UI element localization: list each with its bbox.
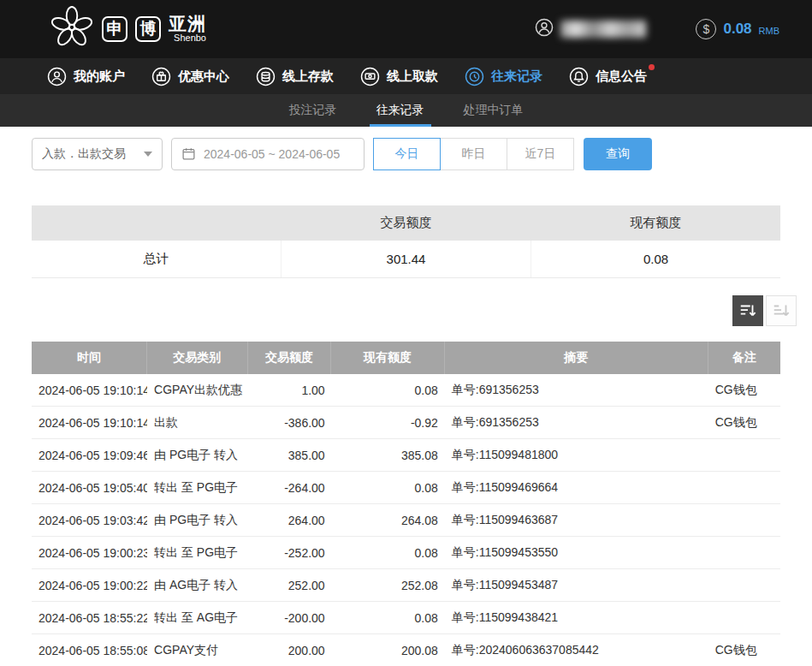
sort-descending-icon [738, 301, 757, 320]
nav-item-deposit[interactable]: 线上存款 [256, 67, 334, 86]
nav-item-transaction-records[interactable]: 往来记录 [465, 67, 542, 86]
date-range-input[interactable]: 2024-06-05 ~ 2024-06-05 [171, 138, 365, 170]
cell-summary: 单号:115099463687 [445, 504, 708, 536]
yesterday-button[interactable]: 昨日 [440, 138, 507, 170]
filter-bar: 入款．出款交易 2024-06-05 ~ 2024-06-05 今日 昨日 近7… [32, 137, 812, 170]
cell-remark [708, 472, 780, 503]
cell-summary: 单号:691356253 [445, 374, 708, 406]
withdraw-banknote-icon [360, 67, 380, 86]
header-amount: 交易额度 [248, 342, 332, 374]
header-time: 时间 [32, 342, 147, 374]
search-button[interactable]: 查询 [584, 138, 652, 170]
table-row: 2024-06-05 19:09:46 由 PG电子 转入 385.00 385… [32, 439, 780, 472]
cell-summary: 单号:202406063637085442 [445, 634, 708, 666]
bell-icon [569, 67, 589, 86]
summary-table: 交易额度 现有额度 总计 301.44 0.08 [32, 205, 780, 278]
cell-amount: -200.00 [248, 602, 332, 633]
cell-remark: CG钱包 [708, 374, 780, 406]
cell-balance: 252.08 [332, 569, 445, 601]
cell-balance: 264.08 [332, 504, 445, 536]
transaction-type-select[interactable]: 入款．出款交易 [32, 138, 163, 170]
summary-total-amount: 301.44 [282, 241, 531, 277]
records-clock-icon [465, 67, 484, 86]
header-summary: 摘要 [445, 342, 708, 374]
nav-item-promotions[interactable]: 优惠中心 [151, 67, 229, 86]
summary-header-empty [32, 205, 282, 241]
summary-header-row: 交易额度 现有额度 [32, 205, 780, 241]
cell-remark: CG钱包 [708, 634, 780, 666]
cell-amount: 1.00 [248, 374, 332, 406]
table-row: 2024-06-05 18:55:22 转出 至 AG电子 -200.00 0.… [32, 602, 780, 634]
cell-type: 出款 [147, 407, 248, 438]
cell-balance: 0.08 [332, 472, 445, 503]
tab-transaction-records[interactable]: 往来记录 [376, 94, 424, 127]
cell-time: 2024-06-05 19:10:14 [32, 374, 147, 406]
cell-amount: -264.00 [248, 472, 332, 503]
transactions-table: 时间 交易类别 交易额度 现有额度 摘要 备注 2024-06-05 19:10… [32, 342, 780, 666]
transactions-header: 时间 交易类别 交易额度 现有额度 摘要 备注 [32, 342, 780, 374]
brand-region: 亚洲 [169, 15, 206, 33]
cell-type: 转出 至 PG电子 [147, 537, 248, 568]
cell-balance: 0.08 [332, 537, 445, 568]
cell-type: 转出 至 PG电子 [147, 472, 248, 503]
user-icon [47, 67, 67, 86]
header-balance: 现有额度 [331, 342, 444, 374]
today-button[interactable]: 今日 [373, 138, 441, 170]
header-remark: 备注 [708, 342, 780, 374]
cell-amount: 264.00 [248, 504, 332, 536]
cell-balance: -0.92 [332, 407, 445, 438]
sort-descending-button[interactable] [732, 295, 763, 326]
cell-type: 由 PG电子 转入 [147, 439, 248, 471]
summary-current-amount: 0.08 [531, 241, 780, 277]
cell-type: 由 PG电子 转入 [147, 504, 248, 536]
cell-type: CGPAY出款优惠 [147, 374, 248, 406]
nav-item-announcements[interactable]: 信息公告 [569, 67, 647, 86]
dollar-icon: $ [696, 19, 716, 39]
quick-date-group: 今日 昨日 近7日 [373, 138, 574, 170]
cell-time: 2024-06-05 19:09:46 [32, 439, 147, 471]
cell-type: 由 AG电子 转入 [147, 569, 248, 601]
tab-processing-orders[interactable]: 处理中订单 [464, 94, 524, 127]
cell-summary: 单号:115099453487 [445, 569, 708, 601]
brand-char-1: 申 [102, 16, 127, 42]
username-blurred [560, 21, 646, 38]
summary-total-row: 总计 301.44 0.08 [32, 241, 780, 278]
gift-icon [151, 67, 171, 86]
sort-ascending-button[interactable] [766, 295, 797, 326]
tab-betting-records[interactable]: 投注记录 [289, 94, 337, 127]
table-row: 2024-06-05 19:10:14 CGPAY出款优惠 1.00 0.08 … [32, 374, 780, 407]
balance-display[interactable]: $ 0.08 RMB [696, 19, 779, 39]
cell-amount: -252.00 [248, 537, 332, 568]
nav-item-my-account[interactable]: 我的账户 [47, 67, 125, 86]
cell-remark [708, 504, 780, 536]
chevron-down-icon [144, 152, 152, 157]
sort-ascending-icon [772, 301, 791, 320]
sort-controls [0, 295, 797, 326]
cell-balance: 385.08 [332, 439, 445, 471]
notification-badge [649, 64, 655, 70]
summary-header-balance: 现有额度 [530, 205, 780, 241]
cell-time: 2024-06-05 19:05:40 [32, 472, 147, 503]
cell-remark [708, 439, 780, 471]
cell-time: 2024-06-05 19:03:42 [32, 504, 147, 536]
cell-amount: 385.00 [248, 439, 332, 471]
cell-summary: 单号:115099453550 [445, 537, 708, 568]
cell-balance: 200.08 [332, 634, 445, 666]
summary-header-amount: 交易额度 [282, 205, 531, 241]
table-row: 2024-06-05 19:10:14 出款 -386.00 -0.92 单号:… [32, 407, 780, 439]
brand-logo[interactable]: 申 博 亚洲 Shenbo [50, 5, 206, 53]
cell-remark [708, 602, 780, 633]
last-7-days-button[interactable]: 近7日 [507, 138, 574, 170]
user-account[interactable] [535, 18, 646, 40]
transactions-body: 2024-06-05 19:10:14 CGPAY出款优惠 1.00 0.08 … [32, 374, 780, 666]
cell-time: 2024-06-05 19:00:22 [32, 569, 147, 601]
table-row: 2024-06-05 19:00:22 由 AG电子 转入 252.00 252… [32, 569, 780, 602]
cell-time: 2024-06-05 18:55:22 [32, 602, 147, 633]
cell-amount: 200.00 [248, 634, 332, 666]
nav-item-withdraw[interactable]: 线上取款 [360, 67, 438, 86]
cell-summary: 单号:115099481800 [445, 439, 708, 471]
deposit-coins-icon [256, 67, 276, 86]
flower-logo-icon [50, 5, 94, 53]
table-row: 2024-06-05 18:55:08 CGPAY支付 200.00 200.0… [32, 634, 780, 666]
brand-subtitle: Shenbo [174, 33, 206, 44]
